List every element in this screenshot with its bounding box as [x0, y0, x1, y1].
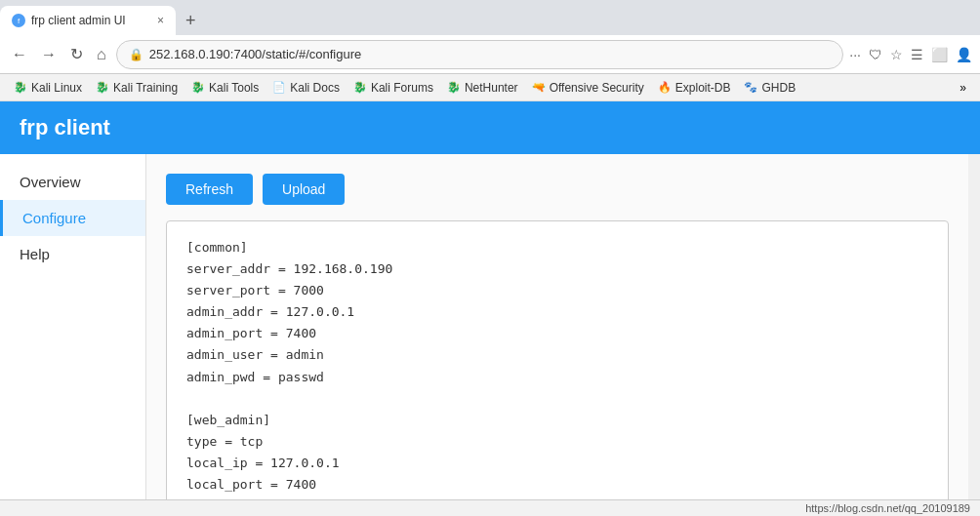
app-frame: frp client OverviewConfigureHelp Refresh…	[0, 101, 980, 499]
bookmark-label-kali-training: Kali Training	[113, 81, 178, 95]
menu-dots[interactable]: ···	[849, 47, 861, 62]
sidebar-item-help[interactable]: Help	[0, 236, 145, 272]
config-line-7	[186, 388, 928, 410]
app-header: frp client	[0, 101, 980, 154]
bookmarks-bar: 🐉Kali Linux🐉Kali Training🐉Kali Tools📄Kal…	[0, 74, 980, 101]
scrollbar[interactable]	[968, 154, 980, 499]
new-tab-button[interactable]: +	[176, 6, 206, 35]
config-line-8: [web_admin]	[186, 410, 928, 431]
config-line-3: admin_addr = 127.0.0.1	[186, 301, 928, 323]
config-line-10: local_ip = 127.0.0.1	[186, 453, 928, 474]
forward-button[interactable]: →	[37, 42, 61, 67]
active-tab[interactable]: f frp client admin UI ×	[0, 6, 176, 35]
tab-close-button[interactable]: ×	[157, 14, 164, 27]
bookmark-label-kali-linux: Kali Linux	[31, 81, 82, 95]
sidebar-item-configure[interactable]: Configure	[0, 200, 145, 236]
upload-button[interactable]: Upload	[263, 174, 345, 205]
bookmark-kali-training[interactable]: 🐉Kali Training	[90, 79, 184, 97]
bookmark-nethunter[interactable]: 🐉NetHunter	[441, 79, 524, 97]
url-box[interactable]: 🔒 252.168.0.190:7400/static/#/configure	[116, 40, 844, 69]
home-button[interactable]: ⌂	[93, 42, 110, 67]
tab-favicon: f	[12, 14, 25, 27]
bookmark-label-kali-tools: Kali Tools	[209, 81, 259, 95]
account-icon[interactable]: 👤	[956, 47, 972, 62]
bookmark-offensive-security[interactable]: 🔫Offensive Security	[526, 79, 650, 97]
config-line-1: server_addr = 192.168.0.190	[186, 258, 928, 280]
bookmark-icon-ghdb: 🐾	[744, 81, 757, 94]
sidebar: OverviewConfigureHelp	[0, 154, 146, 499]
sidebar-items: OverviewConfigureHelp	[0, 164, 145, 272]
bookmark-icon-kali-tools: 🐉	[191, 81, 205, 94]
refresh-button[interactable]: ↻	[66, 41, 87, 67]
bookmark-icon-nethunter: 🐉	[447, 81, 461, 94]
bookmark-ghdb[interactable]: 🐾GHDB	[738, 79, 801, 97]
bookmark-kali-docs[interactable]: 📄Kali Docs	[266, 79, 346, 97]
config-line-0: [common]	[186, 237, 928, 258]
status-bar: https://blog.csdn.net/qq_20109189	[0, 499, 980, 516]
config-line-11: local_port = 7400	[186, 474, 928, 496]
config-line-4: admin_port = 7400	[186, 323, 928, 344]
address-bar: ← → ↻ ⌂ 🔒 252.168.0.190:7400/static/#/co…	[0, 35, 980, 74]
config-lines: [common]server_addr = 192.168.0.190serve…	[186, 237, 928, 499]
config-line-2: server_port = 7000	[186, 280, 928, 301]
bookmark-icon-exploit-db: 🔥	[658, 81, 672, 94]
tab-bar: f frp client admin UI × +	[0, 0, 980, 35]
config-line-5: admin_user = admin	[186, 344, 928, 366]
back-button[interactable]: ←	[8, 42, 31, 67]
bookmark-icon-kali-forums: 🐉	[353, 81, 367, 94]
config-line-6: admin_pwd = passwd	[186, 367, 928, 388]
bookmark-label-ghdb: GHDB	[761, 81, 796, 95]
bookmark-label-kali-forums: Kali Forums	[371, 81, 433, 95]
sidebar-item-overview[interactable]: Overview	[0, 164, 145, 200]
url-text: 252.168.0.190:7400/static/#/configure	[149, 47, 832, 61]
shield-icon[interactable]: 🛡	[869, 47, 882, 62]
address-bar-actions: ··· 🛡 ☆ ☰ ⬜ 👤	[849, 47, 972, 62]
lock-icon: 🔒	[129, 48, 143, 61]
app-body: OverviewConfigureHelp Refresh Upload [co…	[0, 154, 980, 499]
tab-group-icon[interactable]: ⬜	[931, 47, 948, 62]
bookmark-star-icon[interactable]: ☆	[890, 47, 903, 62]
toolbar: Refresh Upload	[166, 174, 949, 205]
bookmark-exploit-db[interactable]: 🔥Exploit-DB	[652, 79, 737, 97]
bookmarks-list: 🐉Kali Linux🐉Kali Training🐉Kali Tools📄Kal…	[8, 79, 952, 97]
more-bookmarks-button[interactable]: »	[954, 79, 972, 97]
refresh-button[interactable]: Refresh	[166, 174, 253, 205]
bookmark-icon-kali-linux: 🐉	[14, 81, 27, 94]
bookmark-label-offensive-security: Offensive Security	[550, 81, 644, 95]
bookmark-label-kali-docs: Kali Docs	[290, 81, 340, 95]
bookmark-label-nethunter: NetHunter	[465, 81, 518, 95]
bookmark-kali-forums[interactable]: 🐉Kali Forums	[347, 79, 439, 97]
bookmark-icon-offensive-security: 🔫	[532, 81, 546, 94]
bookmark-kali-linux[interactable]: 🐉Kali Linux	[8, 79, 88, 97]
status-url: https://blog.csdn.net/qq_20109189	[805, 502, 970, 514]
bookmark-icon-kali-training: 🐉	[96, 81, 109, 94]
bookmark-kali-tools[interactable]: 🐉Kali Tools	[185, 79, 265, 97]
bookmark-label-exploit-db: Exploit-DB	[675, 81, 731, 95]
reading-list-icon[interactable]: ☰	[911, 47, 923, 62]
app-title: frp client	[20, 115, 110, 139]
bookmark-icon-kali-docs: 📄	[272, 81, 286, 94]
tab-title: frp client admin UI	[31, 14, 126, 27]
main-content: Refresh Upload [common]server_addr = 192…	[146, 154, 968, 499]
config-editor[interactable]: [common]server_addr = 192.168.0.190serve…	[166, 220, 949, 499]
config-line-9: type = tcp	[186, 431, 928, 453]
